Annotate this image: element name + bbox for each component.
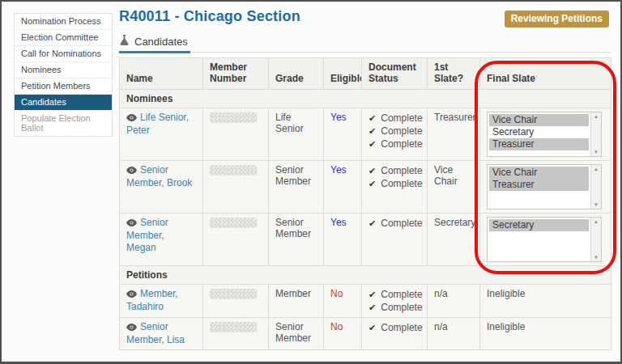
- name-cell: Member, Tadahiro: [120, 285, 203, 318]
- listbox-scrollbar[interactable]: ▲▼: [590, 165, 601, 209]
- first-slate-cell: n/a: [428, 285, 480, 318]
- final-slate-cell: Ineligible: [480, 285, 611, 318]
- sidebar-item-nomination-process[interactable]: Nomination Process: [15, 14, 112, 30]
- table-row: Life Senior, PeterLife SeniorYes✔Complet…: [120, 108, 611, 161]
- sidebar-item-label: Populate Election Ballot: [21, 113, 91, 133]
- sidebar-item-label: Call for Nominations: [21, 49, 101, 58]
- eye-icon[interactable]: [126, 218, 137, 230]
- status-badge: Reviewing Petitions: [505, 11, 609, 28]
- eye-icon[interactable]: [126, 112, 137, 125]
- column-header-final-slate: Final Slate: [480, 58, 611, 90]
- final-slate-listbox[interactable]: Vice ChairTreasurer▲▼: [487, 164, 602, 210]
- final-slate-text: Ineligible: [487, 288, 525, 299]
- document-status-line: ✔Complete: [369, 301, 420, 314]
- document-status-text: Complete: [381, 288, 422, 301]
- redacted-member-number: [210, 322, 257, 332]
- scroll-down-icon[interactable]: ▼: [594, 202, 599, 207]
- eligible-value: No: [330, 321, 343, 332]
- final-slate-cell: Vice ChairTreasurer▲▼: [480, 161, 611, 214]
- check-icon: ✔: [369, 138, 376, 150]
- document-status-text: Complete: [381, 125, 422, 138]
- listbox-option[interactable]: Secretary: [489, 219, 589, 231]
- eye-icon[interactable]: [126, 322, 137, 334]
- tab-candidates[interactable]: Candidates: [119, 32, 188, 50]
- table-row: Member, TadahiroMemberNo✔Complete✔Comple…: [120, 285, 611, 318]
- main-content: R40011 - Chicago Section Reviewing Petit…: [119, 8, 611, 350]
- flask-icon: [119, 34, 130, 49]
- listbox-scrollbar[interactable]: ▲▼: [590, 112, 601, 156]
- final-slate-listbox[interactable]: Vice ChairSecretaryTreasurer▲▼: [487, 112, 602, 157]
- member-number-cell: [203, 161, 269, 214]
- eligible-value: Yes: [330, 112, 347, 123]
- document-status-text: Complete: [381, 217, 422, 230]
- eligible-value: No: [330, 288, 343, 299]
- grade-cell: Senior Member: [269, 214, 324, 266]
- check-icon: ✔: [369, 112, 376, 125]
- section-row-nominees: Nominees: [120, 90, 611, 108]
- scroll-up-icon[interactable]: ▲: [594, 219, 599, 224]
- active-tab-indicator: [119, 51, 190, 53]
- name-cell: Senior Member, Lisa: [120, 318, 203, 350]
- check-icon: ✔: [369, 301, 376, 314]
- listbox-option[interactable]: Treasurer: [489, 138, 589, 150]
- table-header-row: NameMember NumberGradeEligibleDocument S…: [120, 58, 611, 90]
- check-icon: ✔: [369, 321, 376, 334]
- first-slate-cell: Secretary: [428, 214, 480, 266]
- document-status-cell: ✔Complete: [362, 214, 428, 266]
- final-slate-cell: Ineligible: [480, 318, 611, 350]
- section-row-petitions: Petitions: [120, 266, 611, 285]
- grade-cell: Member: [269, 285, 324, 318]
- document-status-line: ✔Complete: [369, 112, 420, 125]
- name-cell: Senior Member, Megan: [120, 214, 203, 266]
- check-icon: ✔: [369, 164, 376, 177]
- eligible-cell: Yes: [324, 161, 362, 214]
- sidebar-item-label: Election Committee: [21, 32, 98, 42]
- sidebar-item-nominees[interactable]: Nominees: [15, 62, 112, 78]
- document-status-text: Complete: [381, 164, 422, 177]
- final-slate-listbox[interactable]: Secretary▲▼: [487, 217, 602, 262]
- column-header-1st-slate-: 1st Slate?: [428, 58, 480, 90]
- table-row: Senior Member, LisaSenior MemberNo✔Compl…: [120, 318, 611, 350]
- listbox-option[interactable]: Secretary: [489, 126, 589, 138]
- tab-bar: Candidates: [119, 32, 611, 53]
- listbox-option[interactable]: Vice Chair: [489, 167, 589, 179]
- eye-icon[interactable]: [126, 165, 137, 177]
- scroll-up-icon[interactable]: ▲: [594, 167, 599, 171]
- tab-label: Candidates: [134, 36, 188, 48]
- sidebar-item-candidates[interactable]: Candidates: [15, 95, 112, 111]
- listbox-option[interactable]: Treasurer: [489, 179, 589, 191]
- column-header-eligible: Eligible: [324, 58, 362, 90]
- listbox-scrollbar[interactable]: ▲▼: [590, 218, 601, 261]
- document-status-line: ✔Complete: [369, 217, 420, 230]
- sidebar-nav: Nomination ProcessElection CommitteeCall…: [14, 13, 113, 137]
- column-header-document-status: Document Status: [362, 58, 428, 90]
- eligible-cell: No: [324, 318, 362, 350]
- first-slate-cell: Vice Chair: [428, 161, 480, 214]
- section-label: Petitions: [120, 266, 611, 285]
- redacted-member-number: [210, 289, 257, 299]
- document-status-line: ✔Complete: [369, 138, 420, 150]
- document-status-text: Complete: [381, 321, 422, 334]
- document-status-line: ✔Complete: [369, 321, 420, 334]
- app-window: Nomination ProcessElection CommitteeCall…: [0, 0, 622, 364]
- sidebar-item-label: Nominees: [21, 65, 62, 74]
- column-header-member-number: Member Number: [203, 58, 269, 90]
- final-slate-text: Ineligible: [487, 321, 525, 332]
- sidebar-item-populate-election-ballot[interactable]: Populate Election Ballot: [15, 111, 112, 136]
- sidebar-item-election-committee[interactable]: Election Committee: [15, 30, 112, 46]
- check-icon: ✔: [369, 177, 376, 190]
- eligible-cell: No: [324, 285, 362, 318]
- sidebar-item-label: Nomination Process: [21, 16, 100, 26]
- eye-icon[interactable]: [126, 289, 137, 301]
- member-number-cell: [203, 214, 269, 266]
- column-header-name: Name: [120, 58, 203, 90]
- scroll-down-icon[interactable]: ▼: [594, 150, 599, 154]
- sidebar-item-petition-members[interactable]: Petition Members: [15, 78, 112, 95]
- document-status-cell: ✔Complete✔Complete: [362, 285, 428, 318]
- scroll-up-icon[interactable]: ▲: [594, 114, 599, 119]
- scroll-down-icon[interactable]: ▼: [594, 255, 599, 260]
- document-status-cell: ✔Complete✔Complete✔Complete: [362, 108, 428, 161]
- sidebar-item-call-for-nominations[interactable]: Call for Nominations: [15, 46, 112, 62]
- document-status-line: ✔Complete: [369, 288, 420, 301]
- listbox-option[interactable]: Vice Chair: [489, 114, 589, 126]
